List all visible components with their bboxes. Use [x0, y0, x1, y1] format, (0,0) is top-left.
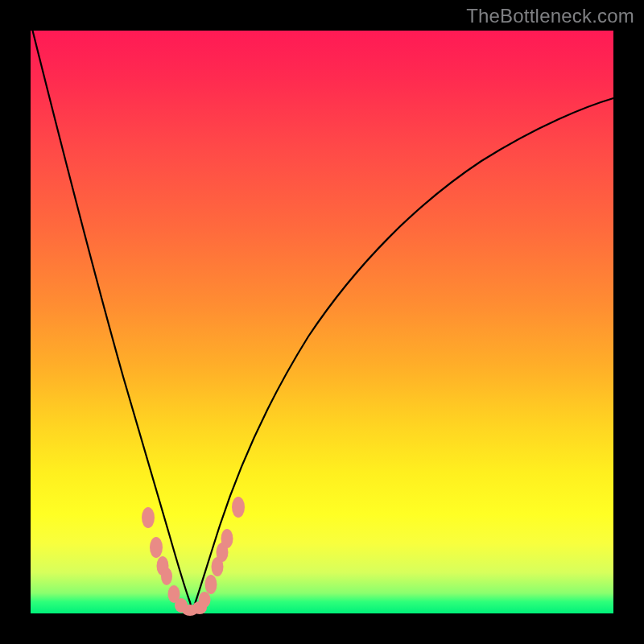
svg-point-13 [232, 497, 245, 518]
svg-point-12 [221, 529, 233, 548]
curve-right-branch [192, 98, 613, 611]
watermark-text: TheBottleneck.com [466, 5, 634, 27]
curve-left-branch [31, 23, 192, 611]
chart-frame [31, 31, 613, 613]
curve-marker-dots [142, 497, 245, 616]
svg-point-9 [205, 575, 217, 594]
bottleneck-curve-svg [31, 31, 613, 613]
svg-point-3 [161, 568, 172, 585]
svg-point-0 [142, 507, 155, 528]
svg-point-8 [199, 592, 211, 608]
svg-point-1 [150, 537, 163, 558]
